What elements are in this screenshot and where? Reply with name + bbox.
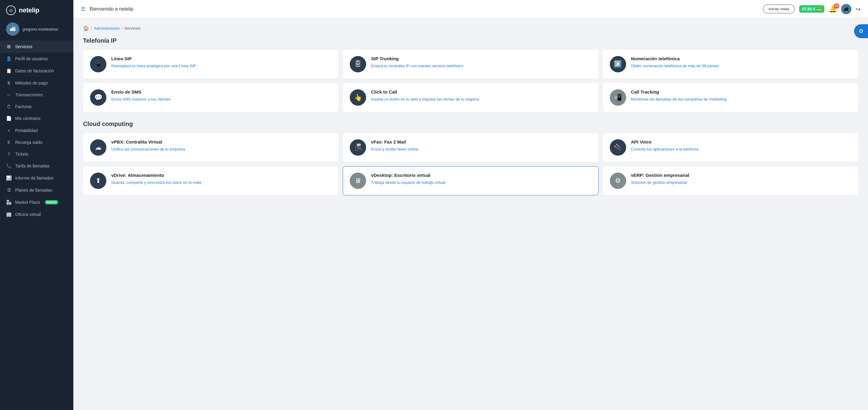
sidebar-item-metodos[interactable]: $Métodos de pago [0,77,73,89]
username: gregorio.montesinos [23,27,58,32]
breadcrumb-servicios: Servicios [125,26,141,31]
home-icon[interactable]: 🏠 [83,26,89,31]
card-desc-click-to-call: Inserta un botón en tu web e impulsa las… [371,96,591,102]
hamburger-icon[interactable]: ☰ [81,6,86,12]
card-text-vfax: vFax: Fax 2 MailEnvía y recibe faxes onl… [371,139,591,152]
sidebar-item-label-transacciones: Transacciones [15,92,43,97]
informe-icon: 📊 [6,175,11,181]
card-title-vdrive: vDrive: Almacenamiento [111,173,332,178]
service-card-linea-sip[interactable]: 📱Línea SIPReemplaza tu línea analógica p… [83,50,339,79]
card-title-vdesktop: vDesktop: Escritorio virtual [371,173,591,178]
logo-icon: ◎ [6,5,16,15]
service-card-vpbx[interactable]: ☁vPBX: Centralita VirtualUnifica las com… [83,133,339,162]
sidebar-logo: ◎ netelip [0,0,73,20]
numeracion-icon: #️⃣ [610,56,626,72]
content-area: 🏠 / Administración / Servicios Telefonía… [73,18,868,410]
service-card-call-tracking[interactable]: 📲Call TrackingMonitorea las llamadas de … [603,83,858,112]
sidebar-item-label-contratos: Mis contratos [15,116,40,121]
sidebar-item-facturas[interactable]: 🗒Facturas [0,101,73,112]
sidebar-item-transacciones[interactable]: ↔Transacciones [0,89,73,101]
badge-nuevo: NUEVO [45,200,58,204]
service-card-api-voice[interactable]: 🔌API VoiceConecta tus aplicaciones a la … [603,133,858,162]
sidebar-item-label-metodos: Métodos de pago [15,80,48,86]
oficina-icon: 🏢 [6,212,11,217]
header-right: Iniciar visita 57,91 € 💳 🔔 20 🏙 ↪ [763,4,861,14]
portabilidad-icon: + [6,128,11,133]
user-avatar-header[interactable]: 🏙 [841,4,851,14]
telephony-section-heading: Telefonía IP [83,37,858,44]
credit-card-icon: 💳 [816,7,821,11]
service-card-vdrive[interactable]: ⬆vDrive: AlmacenamientoGuarda, comparte … [83,166,339,195]
sidebar-item-recarga[interactable]: €Recarga saldo [0,136,73,148]
credit-amount: 57,91 € [802,7,815,11]
card-text-sip-trunking: SIP TrunkingEnlaza tu centralita IP con … [371,56,591,69]
notifications-button[interactable]: 🔔 20 [829,5,837,13]
sidebar-item-tarifa[interactable]: 📞Tarifa de llamadas [0,160,73,172]
sidebar-item-label-servicios: Servicios [15,44,32,49]
sidebar-item-marketplace[interactable]: 🏪Market PlaceNUEVO [0,196,73,208]
marketplace-icon: 🏪 [6,200,11,205]
sidebar-item-informe[interactable]: 📊Informe de llamadas [0,172,73,184]
card-desc-envio-sms: Envía SMS masivos a tus clientes [111,96,332,102]
sidebar-item-portabilidad[interactable]: +Portabilidad [0,125,73,136]
facturacion-icon: 📋 [6,68,11,74]
vpbx-icon: ☁ [90,139,106,156]
facturas-icon: 🗒 [6,104,11,109]
sidebar-item-label-marketplace: Market Place [15,200,40,205]
sidebar-item-label-perfil: Perfil de usuarios [15,56,48,61]
linea-sip-icon: 📱 [90,56,106,72]
card-text-click-to-call: Click to CallInserta un botón en tu web … [371,89,591,102]
service-card-verp[interactable]: ⚙vERP: Gestión empresarialSolución de ge… [603,166,858,195]
sidebar-item-label-tickets: Tickets [15,152,29,157]
breadcrumb-admin[interactable]: Administración [94,26,120,31]
header-title: Bienvenido a netelip [90,6,133,12]
card-text-vpbx: vPBX: Centralita VirtualUnifica las comu… [111,139,332,152]
avatar: 🏙 [6,23,20,36]
breadcrumb-sep-1: / [91,26,92,31]
logo-text: netelip [19,6,39,14]
service-card-vdesktop[interactable]: 🖥vDesktop: Escritorio virtualTrabaja des… [343,166,598,195]
sidebar-item-planes[interactable]: ☰Planes de llamadas [0,184,73,196]
sidebar-item-label-oficina: Oficina virtual [15,212,41,217]
card-desc-linea-sip: Reemplaza tu línea analógica por una Lín… [111,63,332,69]
card-text-linea-sip: Línea SIPReemplaza tu línea analógica po… [111,56,332,69]
sidebar-item-contratos[interactable]: 📄Mis contratos [0,112,73,125]
card-desc-numeracion: Obtén numeración telefónica de más de 58… [631,63,851,69]
service-card-envio-sms[interactable]: 💬Envío de SMSEnvía SMS masivos a tus cli… [83,83,339,112]
vdrive-icon: ⬆ [90,173,106,189]
sidebar-item-oficina[interactable]: 🏢Oficina virtual [0,208,73,220]
envio-sms-icon: 💬 [90,89,106,106]
vfax-icon: 📠 [350,139,366,156]
fab-settings-button[interactable]: ⚙ [854,24,868,38]
breadcrumb: 🏠 / Administración / Servicios [83,26,858,31]
telephony-cards-grid: 📱Línea SIPReemplaza tu línea analógica p… [83,50,858,112]
main-area: ☰ Bienvenido a netelip Iniciar visita 57… [73,0,868,410]
planes-icon: ☰ [6,187,11,193]
service-card-vfax[interactable]: 📠vFax: Fax 2 MailEnvía y recibe faxes on… [343,133,598,162]
card-text-envio-sms: Envío de SMSEnvía SMS masivos a tus clie… [111,89,332,102]
card-title-api-voice: API Voice [631,139,851,144]
sidebar-item-label-facturacion: Datos de facturación [15,68,54,73]
sidebar-avatar-section: 🏙 gregorio.montesinos [0,20,73,41]
header-left: ☰ Bienvenido a netelip [81,6,133,12]
sidebar-item-perfil[interactable]: 👤Perfil de usuarios [0,53,73,65]
sidebar-item-label-planes: Planes de llamadas [15,188,52,193]
transacciones-icon: ↔ [6,92,11,97]
card-text-numeracion: Numeración telefónicaObtén numeración te… [631,56,851,69]
notif-count: 20 [834,3,839,9]
card-title-verp: vERP: Gestión empresarial [631,173,851,178]
api-voice-icon: 🔌 [610,139,626,156]
sidebar-item-servicios[interactable]: ⊞Servicios [0,41,73,53]
service-card-numeracion[interactable]: #️⃣Numeración telefónicaObtén numeración… [603,50,858,79]
service-card-click-to-call[interactable]: 👆Click to CallInserta un botón en tu web… [343,83,598,112]
logout-icon[interactable]: ↪ [856,5,861,13]
card-text-call-tracking: Call TrackingMonitorea las llamadas de t… [631,89,851,102]
card-title-linea-sip: Línea SIP [111,56,332,61]
breadcrumb-sep-2: / [122,26,123,31]
sidebar-item-label-tarifa: Tarifa de llamadas [15,164,50,168]
credit-badge: 57,91 € 💳 [799,5,824,13]
sidebar-item-tickets[interactable]: ?Tickets [0,148,73,160]
service-card-sip-trunking[interactable]: 🗄SIP TrunkingEnlaza tu centralita IP con… [343,50,598,79]
sidebar-item-facturacion[interactable]: 📋Datos de facturación [0,65,73,77]
iniciar-visita-button[interactable]: Iniciar visita [763,4,795,13]
